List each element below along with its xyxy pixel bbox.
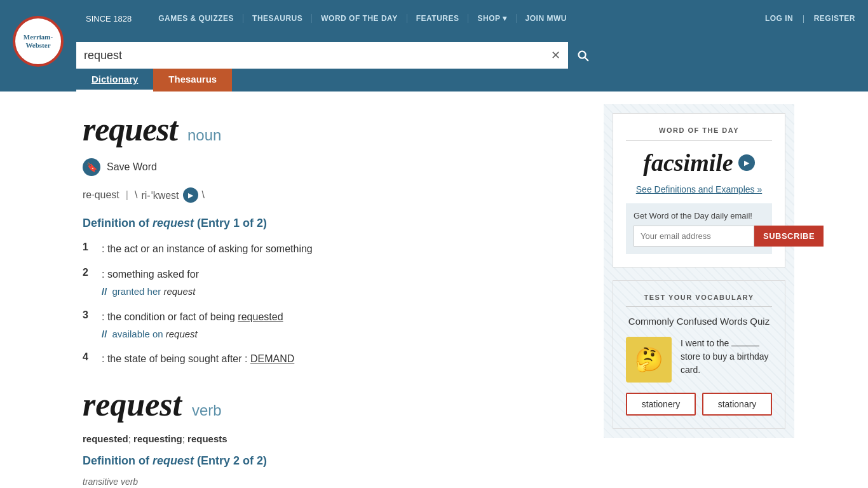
nav-shop[interactable]: SHOP ▾	[468, 14, 516, 23]
entry1-word: request	[83, 111, 177, 147]
email-row: SUBSCRIBE	[634, 226, 764, 247]
definition-list-1: 1 : the act or an instance of asking for…	[83, 241, 578, 367]
demand-link[interactable]: DEMAND	[250, 353, 294, 364]
email-input[interactable]	[634, 226, 754, 247]
syllables: re·quest	[83, 189, 119, 201]
definition-item-4: 4 : the state of being sought after : DE…	[83, 351, 578, 367]
nav-wotd[interactable]: WORD OF THE DAY	[312, 14, 407, 23]
vocab-label: TEST YOUR VOCABULARY	[626, 294, 772, 301]
quiz-option-stationery[interactable]: stationery	[626, 393, 696, 416]
search-bar: ✕	[76, 42, 597, 69]
search-icon	[576, 48, 590, 62]
nav-features[interactable]: FEATURES	[407, 14, 469, 23]
wotd-divider	[626, 140, 772, 141]
vocab-divider	[626, 306, 772, 307]
phonetic: ri-ˈkwest	[141, 189, 179, 201]
wotd-word-row: facsimile ▶	[626, 149, 772, 177]
entry2-word: request	[83, 386, 182, 423]
search-input[interactable]	[76, 44, 543, 67]
nav-thesaurus[interactable]: THESAURUS	[243, 14, 312, 23]
requested-link[interactable]: requested	[238, 311, 283, 322]
quiz-option-stationary[interactable]: stationary	[702, 393, 772, 416]
register-link[interactable]: REGISTER	[814, 14, 855, 23]
example-2: // granted her request	[102, 285, 578, 299]
wotd-word-text: facsimile	[643, 149, 733, 177]
wotd-audio-icon: ▶	[744, 159, 749, 167]
entry1-heading: request noun	[83, 111, 578, 148]
transitive-note: transitive verb	[83, 477, 578, 487]
audio-icon: ▶	[188, 191, 193, 200]
phonetic-open: \	[135, 189, 137, 201]
definition-item-1: 1 : the act or an instance of asking for…	[83, 241, 578, 257]
wotd-audio-button[interactable]: ▶	[738, 154, 755, 171]
vocab-card: TEST YOUR VOCABULARY Commonly Confused W…	[613, 280, 785, 429]
example-3: // available on request	[102, 327, 578, 342]
quiz-question: I went to the store to buy a birthday ca…	[681, 337, 772, 377]
vocab-subtitle: Commonly Confused Words Quiz	[626, 316, 772, 327]
quiz-image-row: 🤔 I went to the store to buy a birthday …	[626, 337, 772, 383]
wotd-label: WORD OF THE DAY	[626, 126, 772, 134]
email-section: Get Word of the Day daily email! SUBSCRI…	[626, 203, 772, 254]
since-label: SINCE 1828	[86, 14, 132, 24]
entry1-def-heading: Definition of request (Entry 1 of 2)	[83, 217, 578, 230]
audio-button[interactable]: ▶	[183, 187, 198, 203]
pronunciation: re·quest | \ ri-ˈkwest ▶ \	[83, 187, 578, 203]
tab-thesaurus[interactable]: Thesaurus	[153, 69, 232, 92]
login-link[interactable]: LOG IN	[765, 14, 793, 23]
logo-text: Merriam-Webster	[24, 33, 53, 50]
quiz-options: stationery stationary	[626, 393, 772, 416]
wotd-see-link[interactable]: See Definitions and Examples »	[626, 184, 772, 194]
definition-item-3: 3 : the condition or fact of being reque…	[83, 309, 578, 342]
logo[interactable]: Merriam-Webster	[13, 16, 64, 67]
sidebar: WORD OF THE DAY facsimile ▶ See Definiti…	[604, 104, 794, 488]
tab-dictionary[interactable]: Dictionary	[76, 69, 153, 92]
subscribe-button[interactable]: SUBSCRIBE	[754, 226, 824, 247]
wotd-card: WORD OF THE DAY facsimile ▶ See Definiti…	[613, 113, 785, 268]
entry2-pos: verb	[192, 402, 222, 419]
entry2-def-heading: Definition of request (Entry 2 of 2)	[83, 454, 578, 468]
inflections: requested; requesting; requests	[83, 433, 578, 444]
entry2-heading: request verb	[83, 386, 578, 423]
search-button[interactable]	[568, 42, 597, 69]
entry1-pos: noun	[187, 126, 221, 144]
phonetic-close: \	[202, 189, 205, 201]
quiz-emoji: 🤔	[626, 337, 672, 383]
clear-button[interactable]: ✕	[543, 48, 568, 62]
save-word-label[interactable]: Save Word	[107, 161, 157, 173]
definition-item-2: 2 : something asked for // granted her r…	[83, 267, 578, 299]
nav-games[interactable]: GAMES & QUIZZES	[149, 14, 243, 23]
nav-join[interactable]: JOIN MWU	[517, 14, 576, 23]
save-icon[interactable]: 🔖	[83, 158, 100, 176]
email-label: Get Word of the Day daily email!	[634, 211, 764, 220]
